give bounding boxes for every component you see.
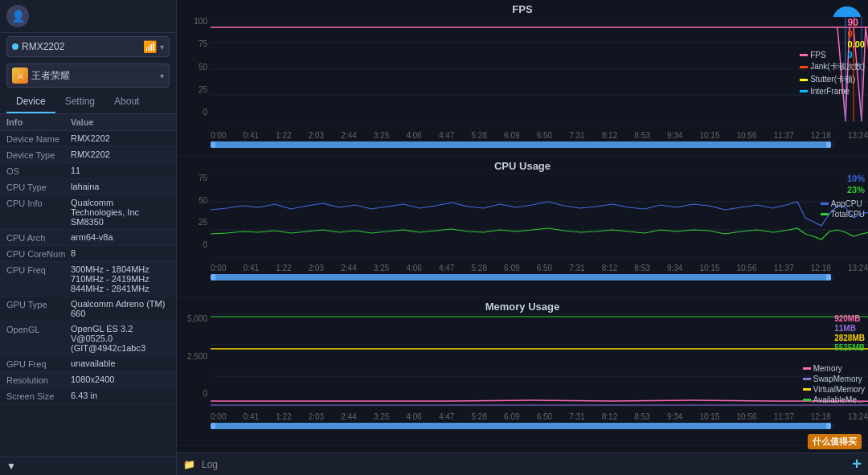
table-row: CPU Arch arm64-v8a xyxy=(0,230,176,246)
fps-x-axis: 0:000:411:222:032:443:254:064:475:286:09… xyxy=(177,129,868,141)
fps-scrollbar-thumb[interactable] xyxy=(211,141,831,148)
info-val: RMX2202 xyxy=(71,149,170,159)
bottom-nav: 📁 Log + xyxy=(177,452,868,475)
info-val: 1080x2400 xyxy=(71,375,170,384)
info-key: Screen Size xyxy=(6,391,71,401)
fps-legend-jank-color xyxy=(800,66,808,68)
memory-chart-title: Memory Usage xyxy=(177,301,868,313)
memory-legend-available: AvailableMe... xyxy=(803,395,865,404)
cpu-chart-title: CPU Usage xyxy=(177,160,868,172)
table-row: Screen Size 6.43 in xyxy=(0,388,176,404)
table-row: GPU Freq unavailable xyxy=(0,356,176,372)
memory-legend: Memory SwapMemory VirtualMemory Ava xyxy=(800,362,868,406)
info-key: CPU Freq xyxy=(6,264,71,275)
fps-scrollbar-right[interactable] xyxy=(826,141,831,148)
memory-scrollbar-thumb[interactable] xyxy=(211,423,831,429)
device-selector[interactable]: RMX2202 📶 ▾ xyxy=(6,36,170,57)
table-row: Resolution 1080x2400 xyxy=(0,372,176,388)
cpu-scrollbar-left[interactable] xyxy=(211,274,215,280)
memory-scrollbar-left[interactable] xyxy=(211,423,215,429)
charts-area: FPS 100 75 50 25 0 xyxy=(177,0,868,452)
sidebar-header: 👤 xyxy=(0,0,176,33)
stutter-value: 0.00 xyxy=(848,39,865,49)
info-key: GPU Type xyxy=(6,299,71,309)
table-row: CPU CoreNum 8 xyxy=(0,246,176,262)
device-name: RMX2202 xyxy=(22,41,64,52)
cpu-scrollbar-right[interactable] xyxy=(826,274,831,280)
main-content: ▶ FPS 100 75 50 25 0 xyxy=(177,0,868,475)
fps-value: 90 xyxy=(848,17,865,28)
virtual-value: 2828MB xyxy=(834,334,865,342)
info-val: OpenGL ES 3.2 V@0525.0 (GIT@4942c1abc3 xyxy=(71,324,170,353)
fps-legend-stutter: Stutter(卡顿) xyxy=(800,74,865,85)
cpu-legend-total: TotalCPU xyxy=(821,210,865,219)
fps-chart-container: 100 75 50 25 0 xyxy=(177,17,868,129)
cpu-scrollbar-thumb[interactable] xyxy=(211,274,831,280)
tab-setting[interactable]: Setting xyxy=(55,91,104,113)
fps-legend-interframe-color xyxy=(800,90,808,92)
fps-legend-fps-color xyxy=(800,54,808,56)
app-cpu-value: 10% xyxy=(847,174,865,183)
device-chevron: ▾ xyxy=(160,43,164,51)
memory-y-axis: 5,000 2,500 0 xyxy=(177,314,211,411)
cpu-chart-section: CPU Usage 75 50 25 0 xyxy=(177,157,868,297)
game-chevron: ▾ xyxy=(160,72,164,80)
table-row: OpenGL OpenGL ES 3.2 V@0525.0 (GIT@4942c… xyxy=(0,321,176,356)
memory-chart-container: 5,000 2,500 0 xyxy=(177,314,868,411)
swap-value: 11MB xyxy=(834,324,865,333)
game-selector[interactable]: ⚔ 王者荣耀 ▾ xyxy=(6,63,170,88)
info-val: arm64-v8a xyxy=(71,232,170,242)
fps-scrollbar-left[interactable] xyxy=(211,141,215,148)
tab-device[interactable]: Device xyxy=(6,91,55,113)
cpu-chart-body: 10% 23% AppCPU TotalCPU xyxy=(211,174,868,262)
cpu-legend: AppCPU TotalCPU xyxy=(817,198,868,220)
memory-values: 920MB 11MB 2828MB 5525MB xyxy=(834,314,865,352)
fps-legend-interframe: InterFrame xyxy=(800,87,865,96)
add-button[interactable]: + xyxy=(852,455,862,473)
memory-svg xyxy=(211,314,868,407)
memory-legend-swap: SwapMemory xyxy=(803,375,865,383)
folder-icon[interactable]: 📁 xyxy=(183,459,195,470)
cpu-y-75: 75 xyxy=(199,174,207,182)
sidebar-bottom: ▼ xyxy=(0,457,176,475)
info-val: 8 xyxy=(71,248,170,258)
bottom-arrow-icon[interactable]: ▼ xyxy=(6,461,16,472)
info-key: Resolution xyxy=(6,375,71,385)
game-icon: ⚔ xyxy=(12,68,28,84)
info-val: unavailable xyxy=(71,358,170,368)
table-row: GPU Type Qualcomm Adreno (TM) 660 xyxy=(0,297,176,321)
info-val: 6.43 in xyxy=(71,391,170,400)
memory-scrollbar-right[interactable] xyxy=(826,423,831,429)
info-val: Qualcomm Technologies, Inc SM8350 xyxy=(71,198,170,227)
info-key: CPU Info xyxy=(6,198,71,208)
game-name: 王者荣耀 xyxy=(31,69,70,83)
memory-legend-virtual: VirtualMemory xyxy=(803,385,865,394)
fps-legend-fps: FPS xyxy=(800,51,865,59)
wifi-icon: 📶 xyxy=(143,40,157,53)
avatar: 👤 xyxy=(6,5,29,27)
log-label: Log xyxy=(202,459,218,470)
table-row: CPU Info Qualcomm Technologies, Inc SM83… xyxy=(0,195,176,230)
cpu-y-50: 50 xyxy=(199,196,207,205)
fps-legend: FPS Jank(卡顿次数) Stutter(卡顿) InterFra xyxy=(796,49,868,97)
cpu-chart-container: 75 50 25 0 xyxy=(177,174,868,262)
fps-y-axis: 100 75 50 25 0 xyxy=(177,17,211,129)
device-section: RMX2202 📶 ▾ xyxy=(0,33,176,60)
fps-scrollbar[interactable] xyxy=(211,141,834,148)
watermark: 什么值得买 xyxy=(808,434,862,449)
cpu-y-axis: 75 50 25 0 xyxy=(177,174,211,262)
info-table-header: Info Value xyxy=(0,114,176,131)
cpu-x-axis: 0:000:411:222:032:443:254:064:475:286:09… xyxy=(177,262,868,274)
info-key: OpenGL xyxy=(6,324,71,334)
tab-about[interactable]: About xyxy=(104,91,149,113)
fps-chart-section: FPS 100 75 50 25 0 xyxy=(177,0,868,157)
cpu-scrollbar[interactable] xyxy=(211,274,834,280)
info-key: OS xyxy=(6,166,71,176)
sidebar-tabs: Device Setting About xyxy=(0,91,176,114)
info-val: 300MHz - 1804MHz710MHz - 2419MHz844MHz -… xyxy=(71,264,170,293)
totalcpu-legend-color xyxy=(821,213,829,215)
memory-scrollbar[interactable] xyxy=(211,423,834,429)
info-key: Device Type xyxy=(6,149,71,160)
cpu-legend-app: AppCPU xyxy=(821,199,865,208)
table-row: Device Type RMX2202 xyxy=(0,147,176,163)
